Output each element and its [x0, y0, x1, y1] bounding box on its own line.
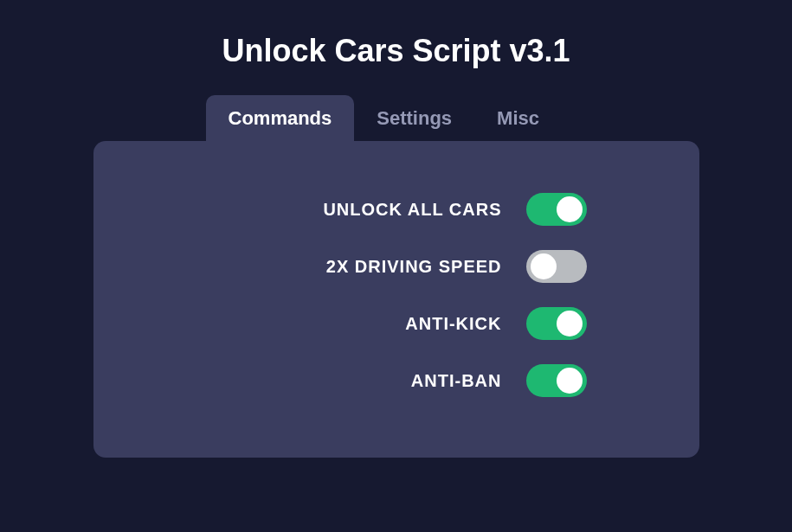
tab-settings[interactable]: Settings [354, 95, 474, 142]
toggle-anti-kick[interactable] [526, 307, 587, 340]
toggle-knob [557, 196, 583, 222]
command-row-2x-driving-speed: 2X DRIVING SPEED [206, 250, 587, 283]
toggle-knob [531, 253, 557, 279]
tab-misc[interactable]: Misc [474, 95, 562, 142]
command-row-anti-kick: ANTI-KICK [206, 307, 587, 340]
command-row-anti-ban: ANTI-BAN [206, 364, 587, 397]
tabs-wrapper: Commands Settings Misc UNLOCK ALL CARS 2… [93, 95, 699, 458]
commands-panel: UNLOCK ALL CARS 2X DRIVING SPEED ANTI-KI… [93, 141, 699, 458]
tabs: Commands Settings Misc [206, 95, 563, 142]
tab-label: Misc [497, 107, 539, 129]
tab-commands[interactable]: Commands [206, 95, 355, 142]
command-label: ANTI-BAN [206, 371, 526, 391]
toggle-unlock-all-cars[interactable] [526, 193, 587, 226]
page-title: Unlock Cars Script v3.1 [222, 33, 570, 69]
commands-list: UNLOCK ALL CARS 2X DRIVING SPEED ANTI-KI… [128, 193, 665, 397]
tab-label: Commands [229, 107, 332, 129]
command-label: UNLOCK ALL CARS [206, 200, 526, 220]
tab-label: Settings [377, 107, 452, 129]
toggle-2x-driving-speed[interactable] [526, 250, 587, 283]
toggle-knob [557, 311, 583, 337]
toggle-knob [557, 368, 583, 394]
command-row-unlock-all-cars: UNLOCK ALL CARS [206, 193, 587, 226]
command-label: ANTI-KICK [206, 314, 526, 334]
toggle-anti-ban[interactable] [526, 364, 587, 397]
command-label: 2X DRIVING SPEED [206, 257, 526, 277]
